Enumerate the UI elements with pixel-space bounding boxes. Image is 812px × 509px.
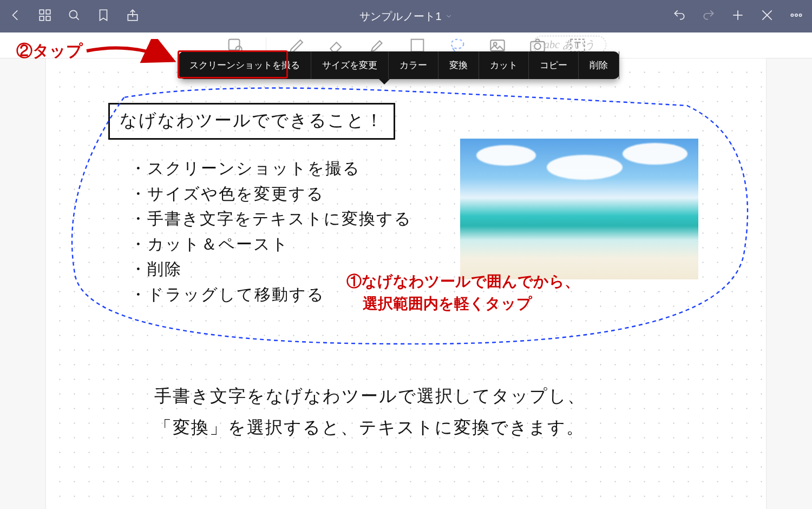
svg-line-5 (76, 17, 78, 19)
grid-view-icon[interactable] (38, 8, 52, 24)
menu-delete[interactable]: 削除 (579, 51, 619, 79)
para-line: 手書き文字をなげなわツールで選択してタップし、 (154, 381, 586, 412)
svg-rect-2 (40, 16, 44, 21)
search-icon[interactable] (67, 8, 81, 24)
document-title: サンプルノート1 (359, 9, 441, 24)
undo-icon[interactable] (672, 8, 686, 24)
redo-icon[interactable] (702, 8, 716, 24)
bookmark-icon[interactable] (96, 8, 110, 24)
app-topbar: サンプルノート1 (0, 0, 812, 32)
svg-rect-12 (228, 39, 239, 50)
svg-point-11 (799, 14, 801, 16)
document-title-button[interactable]: サンプルノート1 (140, 9, 672, 24)
annotation-step1-label: ①なげなわツールで囲んでから、 選択範囲内を軽くタップ (346, 271, 580, 315)
menu-convert[interactable]: 変換 (438, 51, 479, 79)
toolbar-divider (266, 37, 266, 54)
annotation-step1-line: 選択範囲内を軽くタップ (346, 293, 580, 315)
menu-cut[interactable]: カット (479, 51, 529, 79)
svg-point-4 (69, 10, 77, 18)
menu-resize[interactable]: サイズを変更 (311, 51, 389, 79)
chevron-down-icon (445, 12, 453, 20)
svg-point-15 (451, 39, 463, 48)
selection-context-menu: スクリーンショットを撮る サイズを変更 カラー 変換 カット コピー 削除 (179, 51, 619, 79)
note-paragraph: 手書き文字をなげなわツールで選択してタップし、 「変換」を選択すると、テキストに… (154, 381, 586, 443)
svg-rect-3 (46, 16, 50, 21)
menu-pointer (379, 79, 390, 84)
share-icon[interactable] (126, 8, 140, 24)
annotation-step1-line: ①なげなわツールで囲んでから、 (346, 271, 580, 293)
annotation-arrow (84, 39, 181, 71)
add-icon[interactable] (731, 8, 745, 24)
back-icon[interactable] (9, 8, 23, 24)
svg-rect-14 (411, 39, 423, 51)
svg-rect-1 (46, 10, 50, 14)
menu-screenshot[interactable]: スクリーンショットを撮る (179, 51, 311, 79)
para-line: 「変換」を選択すると、テキストに変換できます。 (154, 412, 586, 443)
svg-rect-0 (40, 10, 44, 14)
more-icon[interactable] (789, 8, 803, 24)
menu-copy[interactable]: コピー (529, 51, 579, 79)
annotation-step2-label: ②タップ (16, 40, 83, 62)
svg-point-10 (795, 14, 797, 16)
menu-color[interactable]: カラー (389, 51, 438, 79)
stylus-off-icon[interactable] (760, 8, 774, 24)
svg-point-9 (791, 14, 793, 16)
